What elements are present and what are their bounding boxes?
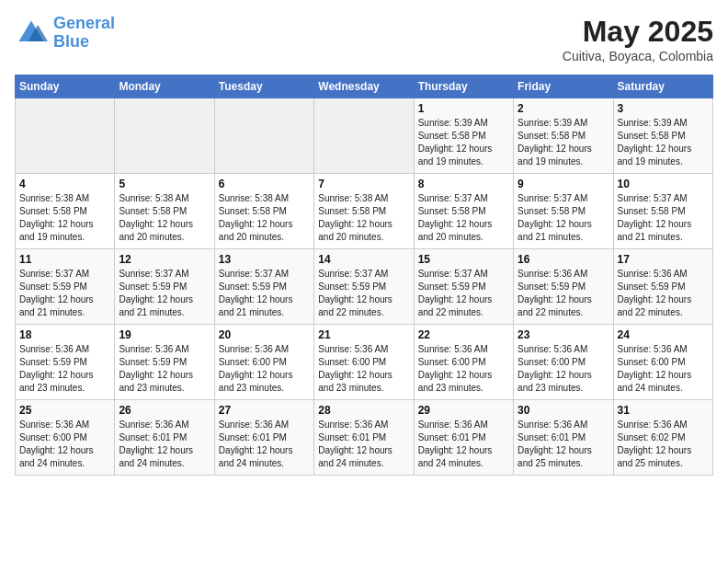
- day-info: Sunrise: 5:36 AM Sunset: 6:01 PM Dayligh…: [318, 419, 409, 470]
- day-number: 17: [618, 253, 709, 266]
- day-number: 21: [318, 328, 409, 341]
- day-info: Sunrise: 5:36 AM Sunset: 5:59 PM Dayligh…: [618, 268, 709, 319]
- logo-line1: General: [53, 14, 115, 32]
- day-info: Sunrise: 5:38 AM Sunset: 5:58 PM Dayligh…: [318, 192, 409, 244]
- calendar-cell-5-3: 27Sunrise: 5:36 AM Sunset: 6:01 PM Dayli…: [214, 400, 313, 476]
- day-info: Sunrise: 5:37 AM Sunset: 5:59 PM Dayligh…: [119, 268, 210, 319]
- weekday-header-saturday: Saturday: [613, 75, 712, 98]
- calendar-cell-5-6: 30Sunrise: 5:36 AM Sunset: 6:01 PM Dayli…: [514, 400, 613, 476]
- day-number: 16: [518, 253, 609, 266]
- day-number: 31: [618, 404, 709, 417]
- day-number: 5: [119, 178, 210, 190]
- week-row-2: 4Sunrise: 5:38 AM Sunset: 5:58 PM Daylig…: [16, 174, 713, 249]
- day-info: Sunrise: 5:36 AM Sunset: 6:00 PM Dayligh…: [418, 343, 509, 395]
- week-row-5: 25Sunrise: 5:36 AM Sunset: 6:00 PM Dayli…: [16, 400, 713, 476]
- logo-line2: Blue: [53, 32, 89, 51]
- day-number: 13: [219, 253, 310, 266]
- day-info: Sunrise: 5:39 AM Sunset: 5:58 PM Dayligh…: [418, 117, 509, 168]
- calendar-cell-2-3: 6Sunrise: 5:38 AM Sunset: 5:58 PM Daylig…: [214, 174, 313, 249]
- calendar-cell-4-1: 18Sunrise: 5:36 AM Sunset: 5:59 PM Dayli…: [16, 325, 115, 400]
- day-number: 26: [119, 404, 210, 417]
- calendar-cell-1-2: [115, 98, 214, 174]
- calendar-cell-4-2: 19Sunrise: 5:36 AM Sunset: 5:59 PM Dayli…: [115, 325, 214, 400]
- day-info: Sunrise: 5:36 AM Sunset: 6:01 PM Dayligh…: [119, 419, 210, 470]
- weekday-header-wednesday: Wednesday: [314, 75, 414, 98]
- day-number: 9: [518, 178, 609, 190]
- calendar-cell-3-4: 14Sunrise: 5:37 AM Sunset: 5:59 PM Dayli…: [314, 249, 414, 325]
- calendar-cell-1-5: 1Sunrise: 5:39 AM Sunset: 5:58 PM Daylig…: [414, 98, 513, 174]
- day-info: Sunrise: 5:39 AM Sunset: 5:58 PM Dayligh…: [618, 117, 709, 168]
- weekday-header-tuesday: Tuesday: [214, 75, 313, 98]
- day-info: Sunrise: 5:36 AM Sunset: 5:59 PM Dayligh…: [518, 268, 609, 319]
- day-number: 24: [618, 328, 709, 341]
- day-info: Sunrise: 5:38 AM Sunset: 5:58 PM Dayligh…: [19, 192, 110, 244]
- day-info: Sunrise: 5:36 AM Sunset: 6:01 PM Dayligh…: [518, 419, 609, 470]
- day-info: Sunrise: 5:37 AM Sunset: 5:58 PM Dayligh…: [618, 192, 709, 244]
- day-number: 2: [518, 102, 609, 115]
- weekday-header-sunday: Sunday: [16, 75, 115, 98]
- calendar-cell-1-6: 2Sunrise: 5:39 AM Sunset: 5:58 PM Daylig…: [514, 98, 613, 174]
- day-number: 15: [418, 253, 509, 266]
- calendar-cell-5-1: 25Sunrise: 5:36 AM Sunset: 6:00 PM Dayli…: [16, 400, 115, 476]
- week-row-4: 18Sunrise: 5:36 AM Sunset: 5:59 PM Dayli…: [16, 325, 713, 400]
- logo: General Blue: [15, 15, 115, 52]
- day-info: Sunrise: 5:36 AM Sunset: 6:01 PM Dayligh…: [219, 419, 310, 470]
- calendar-table: SundayMondayTuesdayWednesdayThursdayFrid…: [15, 75, 713, 476]
- calendar-cell-4-3: 20Sunrise: 5:36 AM Sunset: 6:00 PM Dayli…: [214, 325, 313, 400]
- weekday-header-thursday: Thursday: [414, 75, 513, 98]
- day-info: Sunrise: 5:36 AM Sunset: 5:59 PM Dayligh…: [19, 343, 110, 395]
- calendar-cell-1-1: [16, 98, 115, 174]
- day-number: 27: [219, 404, 310, 417]
- day-number: 14: [318, 253, 409, 266]
- day-number: 1: [418, 102, 509, 115]
- calendar-title: May 2025: [563, 15, 713, 49]
- calendar-cell-4-7: 24Sunrise: 5:36 AM Sunset: 6:00 PM Dayli…: [613, 325, 712, 400]
- calendar-cell-2-5: 8Sunrise: 5:37 AM Sunset: 5:58 PM Daylig…: [414, 174, 513, 249]
- day-number: 30: [518, 404, 609, 417]
- calendar-cell-4-6: 23Sunrise: 5:36 AM Sunset: 6:00 PM Dayli…: [514, 325, 613, 400]
- week-row-1: 1Sunrise: 5:39 AM Sunset: 5:58 PM Daylig…: [16, 98, 713, 174]
- calendar-cell-3-2: 12Sunrise: 5:37 AM Sunset: 5:59 PM Dayli…: [115, 249, 214, 325]
- day-number: 28: [318, 404, 409, 417]
- calendar-cell-3-6: 16Sunrise: 5:36 AM Sunset: 5:59 PM Dayli…: [514, 249, 613, 325]
- day-number: 8: [418, 178, 509, 190]
- day-info: Sunrise: 5:38 AM Sunset: 5:58 PM Dayligh…: [119, 192, 210, 244]
- calendar-cell-2-7: 10Sunrise: 5:37 AM Sunset: 5:58 PM Dayli…: [613, 174, 712, 249]
- day-info: Sunrise: 5:36 AM Sunset: 6:01 PM Dayligh…: [418, 419, 509, 470]
- title-area: May 2025 Cuitiva, Boyaca, Colombia: [563, 15, 713, 63]
- calendar-cell-3-1: 11Sunrise: 5:37 AM Sunset: 5:59 PM Dayli…: [16, 249, 115, 325]
- calendar-cell-1-4: [314, 98, 414, 174]
- calendar-cell-4-4: 21Sunrise: 5:36 AM Sunset: 6:00 PM Dayli…: [314, 325, 414, 400]
- day-number: 11: [19, 253, 110, 266]
- logo-icon: [15, 17, 48, 50]
- day-info: Sunrise: 5:37 AM Sunset: 5:59 PM Dayligh…: [19, 268, 110, 319]
- calendar-cell-5-5: 29Sunrise: 5:36 AM Sunset: 6:01 PM Dayli…: [414, 400, 513, 476]
- calendar-cell-1-7: 3Sunrise: 5:39 AM Sunset: 5:58 PM Daylig…: [613, 98, 712, 174]
- day-number: 4: [19, 178, 110, 190]
- calendar-cell-3-3: 13Sunrise: 5:37 AM Sunset: 5:59 PM Dayli…: [214, 249, 313, 325]
- day-number: 7: [318, 178, 409, 190]
- day-info: Sunrise: 5:39 AM Sunset: 5:58 PM Dayligh…: [518, 117, 609, 168]
- calendar-cell-2-4: 7Sunrise: 5:38 AM Sunset: 5:58 PM Daylig…: [314, 174, 414, 249]
- day-number: 12: [119, 253, 210, 266]
- weekday-header-friday: Friday: [514, 75, 613, 98]
- calendar-cell-4-5: 22Sunrise: 5:36 AM Sunset: 6:00 PM Dayli…: [414, 325, 513, 400]
- day-number: 29: [418, 404, 509, 417]
- weekday-header-row: SundayMondayTuesdayWednesdayThursdayFrid…: [16, 75, 713, 98]
- logo-text: General Blue: [53, 15, 115, 52]
- calendar-cell-2-6: 9Sunrise: 5:37 AM Sunset: 5:58 PM Daylig…: [514, 174, 613, 249]
- day-info: Sunrise: 5:37 AM Sunset: 5:59 PM Dayligh…: [219, 268, 310, 319]
- calendar-subtitle: Cuitiva, Boyaca, Colombia: [563, 49, 713, 63]
- day-info: Sunrise: 5:36 AM Sunset: 6:00 PM Dayligh…: [518, 343, 609, 395]
- week-row-3: 11Sunrise: 5:37 AM Sunset: 5:59 PM Dayli…: [16, 249, 713, 325]
- day-number: 20: [219, 328, 310, 341]
- day-number: 23: [518, 328, 609, 341]
- calendar-cell-5-4: 28Sunrise: 5:36 AM Sunset: 6:01 PM Dayli…: [314, 400, 414, 476]
- day-number: 25: [19, 404, 110, 417]
- day-info: Sunrise: 5:37 AM Sunset: 5:58 PM Dayligh…: [418, 192, 509, 244]
- calendar-cell-1-3: [214, 98, 313, 174]
- day-number: 22: [418, 328, 509, 341]
- day-info: Sunrise: 5:36 AM Sunset: 6:00 PM Dayligh…: [19, 419, 110, 470]
- day-info: Sunrise: 5:36 AM Sunset: 5:59 PM Dayligh…: [119, 343, 210, 395]
- day-number: 19: [119, 328, 210, 341]
